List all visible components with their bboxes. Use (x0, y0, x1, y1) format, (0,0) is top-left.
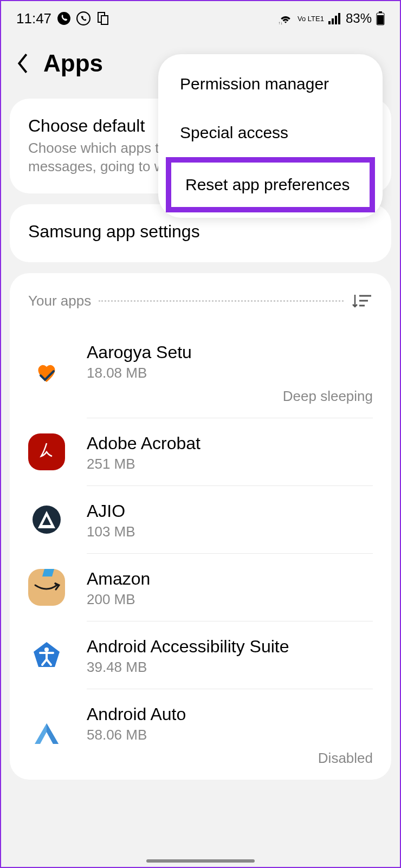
overflow-menu: Permission manager Special access Reset … (158, 54, 383, 218)
sort-button[interactable] (351, 290, 373, 312)
svg-rect-5 (328, 21, 331, 24)
app-size: 39.48 MB (87, 659, 373, 676)
samsung-settings-title: Samsung app settings (28, 222, 373, 242)
app-row-auto[interactable]: Android Auto 58.06 MB Disabled (10, 689, 391, 780)
app-name: Android Auto (87, 704, 373, 724)
app-name: AJIO (87, 501, 373, 521)
menu-reset-app-preferences[interactable]: Reset app preferences (166, 157, 375, 212)
app-icon-ajio (28, 501, 65, 538)
app-status: Deep sleeping (87, 388, 373, 405)
battery-icon (376, 11, 385, 25)
svg-text:↑↓: ↑↓ (279, 21, 283, 24)
app-name: Android Accessibility Suite (87, 637, 373, 657)
wifi-icon: ↑↓ (278, 12, 293, 24)
svg-rect-6 (332, 18, 334, 24)
home-indicator[interactable] (146, 859, 255, 863)
app-icon-accessibility (28, 637, 65, 673)
app-status: Disabled (87, 750, 373, 767)
page-title: Apps (43, 50, 103, 77)
app-icon-aarogya (28, 354, 65, 391)
app-name: Amazon (87, 569, 373, 589)
app-icon-auto (28, 716, 65, 753)
device-icon (96, 11, 109, 25)
network-label: Vo LTE1 (297, 15, 324, 22)
svg-rect-11 (377, 15, 384, 24)
svg-rect-7 (335, 16, 337, 24)
signal-icon (328, 12, 341, 24)
app-size: 251 MB (87, 456, 373, 472)
menu-special-access[interactable]: Special access (158, 108, 383, 157)
app-size: 200 MB (87, 591, 373, 608)
app-row-aarogya[interactable]: Aarogya Setu 18.08 MB Deep sleeping (10, 327, 391, 418)
back-button[interactable] (12, 53, 34, 74)
app-row-ajio[interactable]: AJIO 103 MB (10, 486, 391, 554)
apps-list: Your apps Aarogya Setu 18.08 MB Deep sle… (10, 273, 391, 780)
app-name: Aarogya Setu (87, 342, 373, 362)
menu-permission-manager[interactable]: Permission manager (158, 60, 383, 108)
svg-rect-3 (101, 16, 108, 24)
status-bar: 11:47 ↑↓ Vo LTE1 83% (1, 1, 400, 34)
your-apps-label: Your apps (28, 293, 91, 309)
status-time: 11:47 (16, 10, 51, 27)
svg-point-17 (44, 647, 49, 652)
app-icon-amazon (28, 569, 65, 606)
app-size: 103 MB (87, 523, 373, 540)
app-name: Adobe Acrobat (87, 433, 373, 454)
whatsapp-icon (76, 11, 90, 25)
battery-percent: 83% (346, 11, 372, 26)
dots-divider (99, 300, 344, 302)
app-size: 18.08 MB (87, 365, 373, 381)
app-icon-acrobat (28, 433, 65, 470)
app-row-amazon[interactable]: Amazon 200 MB (10, 554, 391, 621)
app-row-acrobat[interactable]: Adobe Acrobat 251 MB (10, 418, 391, 486)
app-row-accessibility[interactable]: Android Accessibility Suite 39.48 MB (10, 621, 391, 689)
phone-icon (57, 11, 71, 25)
app-size: 58.06 MB (87, 727, 373, 743)
svg-rect-8 (338, 13, 340, 24)
